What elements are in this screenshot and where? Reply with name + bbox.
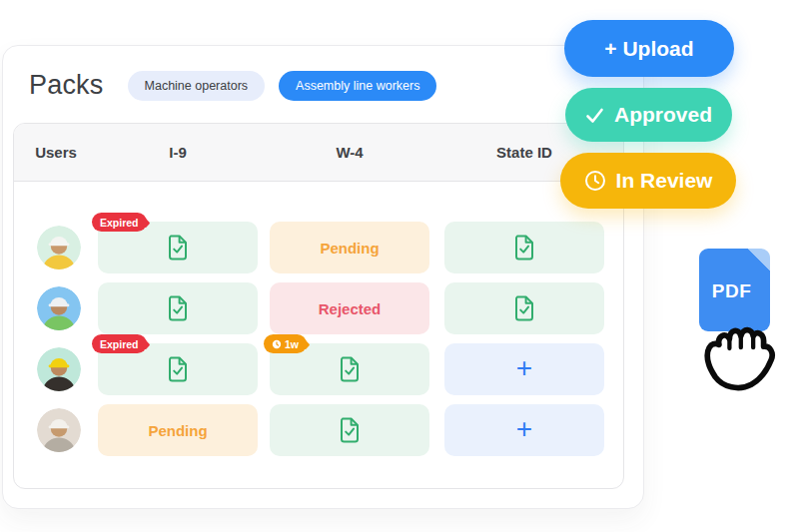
documents-table: Users I-9 W-4 State ID Expired Pending R… [13,123,624,489]
page-title: Packs [29,70,104,101]
approved-document-icon [167,295,189,321]
cell-w4-document-approved[interactable]: 1w [270,343,429,395]
approved-document-icon [513,235,535,261]
plus-icon: + [516,354,532,382]
cell-i9-status-pending[interactable]: Pending [98,404,258,456]
worker-avatar-illustration [37,347,81,391]
packs-card: Packs Machine operators Assembly line wo… [2,45,644,509]
cell-i9-document-approved[interactable]: Expired [98,222,258,273]
column-header-users: Users [14,124,98,181]
table-row: Pending + [14,404,623,456]
filter-machine-operators[interactable]: Machine operators [128,71,266,101]
approved-document-icon [167,235,189,261]
filter-assembly-line-workers[interactable]: Assembly line workers [279,71,436,101]
worker-avatar-illustration [37,408,81,452]
in-review-button-label: In Review [616,169,713,193]
table-rows: Expired Pending Rejected Expired 1w + Pe… [14,181,623,488]
upload-button-label: + Upload [604,37,693,61]
expired-badge: Expired [92,334,147,353]
user-avatar-worker-yellow-helmet [37,347,81,391]
approved-document-icon [167,356,189,382]
check-icon [585,106,604,125]
clock-icon [272,339,282,349]
due-soon-badge: 1w [264,334,307,353]
cell-w4-status-pending[interactable]: Pending [270,222,429,273]
cell-stateid-document-approved[interactable] [444,222,604,273]
user-avatar-worker-yellow-vest [37,226,81,269]
cell-stateid-document-approved[interactable] [444,282,604,334]
upload-button[interactable]: + Upload [564,20,734,77]
page: Packs Machine operators Assembly line wo… [0,0,799,532]
plus-icon: + [516,415,532,443]
packs-card-header: Packs Machine operators Assembly line wo… [29,70,436,101]
table-row: Rejected [14,282,623,334]
cell-w4-status-rejected[interactable]: Rejected [270,282,429,334]
column-header-w4: W-4 [270,124,429,181]
in-review-button[interactable]: In Review [560,153,736,209]
worker-avatar-illustration [37,226,81,269]
approved-document-icon [339,356,361,382]
approved-document-icon [513,295,535,321]
cell-w4-document-approved[interactable] [270,404,429,456]
column-header-i9: I-9 [98,124,258,181]
cell-stateid-add-document[interactable]: + [444,404,604,456]
cell-stateid-add-document[interactable]: + [444,343,604,395]
cell-i9-document-approved[interactable]: Expired [98,343,258,395]
cell-i9-document-approved[interactable] [98,282,258,334]
user-avatar-worker-white-cap [37,408,81,452]
user-avatar-worker-green-vest [37,286,81,330]
grab-hand-cursor-icon [675,293,799,407]
table-row: Expired 1w + [14,343,623,395]
clock-icon [584,170,606,192]
expired-badge: Expired [92,213,147,232]
worker-avatar-illustration [37,286,81,330]
table-row: Expired Pending [14,222,623,273]
approved-document-icon [339,417,361,443]
approved-button[interactable]: Approved [565,88,732,142]
approved-button-label: Approved [614,103,712,127]
table-header-row: Users I-9 W-4 State ID [14,124,623,182]
